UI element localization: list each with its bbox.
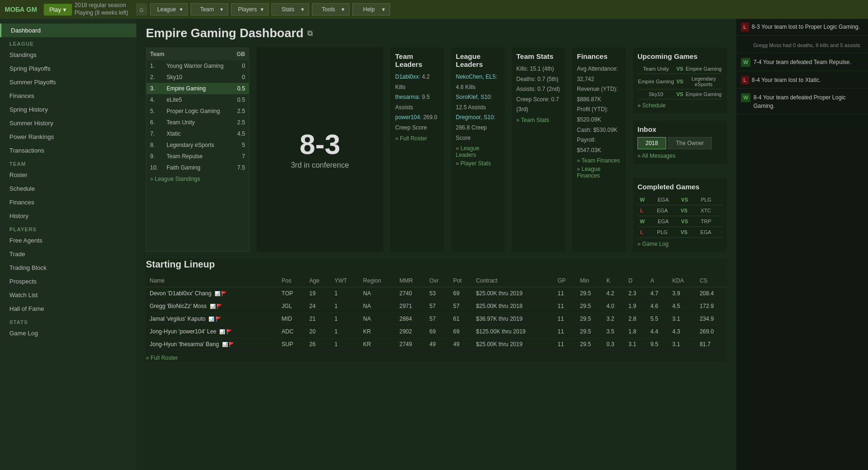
- lineup-player-row[interactable]: Gregg 'BioNicZz' Moss 📊 🚩 JGL 24 1 NA 29…: [146, 300, 727, 313]
- sidebar-item-spring-history[interactable]: Spring History: [0, 103, 136, 116]
- lineup-player-row[interactable]: Jong-Hyun 'power104' Lee 📊 🚩 ADC 20 1 KR…: [146, 325, 727, 338]
- sidebar-item-summer-playoffs[interactable]: Summer Playoffs: [0, 75, 136, 89]
- league-leaders-link[interactable]: » League Leaders: [456, 145, 500, 158]
- lineup-player-row[interactable]: Jong-Hyun 'thesarma' Bang 📊 🚩 SUP 26 1 K…: [146, 338, 727, 351]
- standings-team-name: Team Repulse: [163, 151, 232, 162]
- home-button[interactable]: ⌂: [136, 3, 147, 16]
- sidebar-item-finances-league[interactable]: Finances: [0, 89, 136, 103]
- play-button[interactable]: Play ▾: [44, 4, 72, 16]
- player-min: 29.5: [576, 313, 603, 325]
- cg2-vs: VS: [679, 208, 690, 213]
- sidebar-item-prospects[interactable]: Prospects: [0, 275, 136, 288]
- sidebar-item-transactions[interactable]: Transactions: [0, 144, 136, 157]
- sidebar-item-summer-history[interactable]: Summer History: [0, 116, 136, 130]
- league-leaders-panel: League Leaders NekoChen, EL5: 4.6 Kills …: [451, 48, 505, 252]
- cg3-team2: TRP: [690, 219, 722, 224]
- standings-rank: 3.: [146, 83, 163, 94]
- sidebar-item-standings[interactable]: Standings: [0, 48, 136, 62]
- schedule-link[interactable]: » Schedule: [637, 102, 722, 109]
- player-cs: 269.0: [696, 325, 727, 338]
- ll-kills-value: 4.6 Kills: [456, 84, 476, 90]
- sidebar-item-dashboard[interactable]: Dashboard: [0, 24, 136, 37]
- lineup-roster-link[interactable]: » Full Roster: [146, 355, 178, 361]
- standings-row[interactable]: 7. Xtatic 4.5: [146, 128, 249, 139]
- game-log-entry: L 8-4 Your team lost to Xtatic.: [736, 72, 868, 89]
- sidebar-item-hall-of-fame[interactable]: Hall of Fame: [0, 302, 136, 316]
- lineup-col-header: Min: [576, 275, 603, 287]
- sidebar-item-game-log[interactable]: Game Log: [0, 326, 136, 340]
- standings-row[interactable]: 8. Legendary eSports 5: [146, 139, 249, 151]
- standings-row[interactable]: 9. Team Repulse 7: [146, 151, 249, 162]
- team-stats-link[interactable]: » Team Stats: [517, 117, 561, 123]
- lineup-player-row[interactable]: Devon 'D1abl0xx' Chang 📊 🚩 TOP 19 1 NA 2…: [146, 287, 727, 300]
- nav-team-dropdown[interactable]: Team ▾: [191, 3, 228, 16]
- lineup-col-header: Region: [359, 275, 396, 287]
- external-link-icon[interactable]: ⧉: [307, 29, 312, 38]
- sidebar-item-watch-list[interactable]: Watch List: [0, 288, 136, 302]
- standings-gb: 0: [232, 72, 249, 83]
- player-a: 4.4: [646, 325, 669, 338]
- inbox-tab-year[interactable]: 2018: [637, 137, 666, 149]
- full-roster-link[interactable]: » Full Roster: [395, 135, 439, 142]
- nav-stats-dropdown[interactable]: Stats ▾: [271, 3, 309, 16]
- sidebar-item-spring-playoffs[interactable]: Spring Playoffs: [0, 62, 136, 75]
- game-log-result-badge: L: [741, 23, 749, 32]
- player-name: Gregg 'BioNicZz' Moss 📊 🚩: [146, 300, 278, 313]
- standings-gb: 2.5: [232, 117, 249, 128]
- cg2-result: L: [637, 207, 646, 214]
- lineup-col-header: CS: [696, 275, 727, 287]
- sidebar-item-free-agents[interactable]: Free Agents: [0, 234, 136, 247]
- player-pos: TOP: [278, 287, 306, 300]
- nav-league-dropdown[interactable]: League ▾: [150, 3, 188, 16]
- fin-revenue: Revenue (YTD): $886.87K: [577, 86, 618, 103]
- sidebar-item-finances-team[interactable]: Finances: [0, 195, 136, 209]
- sidebar-item-trade[interactable]: Trade: [0, 247, 136, 261]
- player-name: Jong-Hyun 'thesarma' Bang 📊 🚩: [146, 338, 278, 351]
- standings-team-name: Faith Gaming: [163, 162, 232, 173]
- game-log-result-badge: L: [741, 76, 749, 85]
- player-stats-link[interactable]: » Player Stats: [456, 160, 500, 167]
- lineup-player-row[interactable]: Jamal 'virgilus' Kaputo 📊 🚩 MID 21 1 NA …: [146, 313, 727, 325]
- all-messages-link[interactable]: » All Messages: [637, 153, 676, 159]
- sidebar-item-power-rankings[interactable]: Power Rankings: [0, 130, 136, 144]
- sidebar-item-roster[interactable]: Roster: [0, 168, 136, 182]
- player-pot: 57: [449, 300, 472, 313]
- ts-deaths: Deaths: 0.7 (5th): [517, 76, 558, 82]
- player-k: 3.2: [603, 313, 625, 325]
- ll-creep-value: 286.8 Creep Score: [456, 124, 487, 141]
- sidebar-item-trading-block[interactable]: Trading Block: [0, 261, 136, 275]
- player-kda: 3.1: [669, 313, 696, 325]
- standings-row[interactable]: 3. Empire Gaming 0.5: [146, 83, 249, 94]
- game-log-entry: W 7-4 Your team defeated Team Repulse.: [736, 54, 868, 71]
- nav-help-dropdown[interactable]: Help ▾: [352, 3, 390, 16]
- player-pos: SUP: [278, 338, 306, 351]
- tl-assists-player: thesarma: [395, 94, 419, 100]
- ug2-team1: Empire Gaming: [637, 79, 675, 84]
- sidebar-item-history[interactable]: History: [0, 209, 136, 223]
- sidebar-item-schedule[interactable]: Schedule: [0, 182, 136, 195]
- cg4-vs: VS: [679, 229, 690, 235]
- standings-row[interactable]: 5. Proper Logic Gaming 2.5: [146, 105, 249, 117]
- standings-link[interactable]: » League Standings: [146, 173, 249, 185]
- standings-row[interactable]: 4. eLite5 0.5: [146, 94, 249, 105]
- player-d: 2.3: [625, 287, 647, 300]
- player-contract: $125.00K thru 2019: [472, 325, 554, 338]
- player-region: NA: [359, 313, 396, 325]
- standings-row[interactable]: 2. Sky10 0: [146, 72, 249, 83]
- team-finances-link[interactable]: » Team Finances: [577, 157, 621, 164]
- completed-game-1: W EGA VS PLG: [637, 194, 722, 205]
- lineup-col-header: Name: [146, 275, 278, 287]
- game-log-link[interactable]: » Game Log: [637, 241, 722, 247]
- lineup-col-header: YWT: [331, 275, 359, 287]
- league-finances-link[interactable]: » League Finances: [577, 166, 621, 179]
- player-a: 4.7: [646, 287, 669, 300]
- standings-row[interactable]: 6. Team Unity 2.5: [146, 117, 249, 128]
- standings-team-name: Sky10: [163, 72, 232, 83]
- player-kda: 3.1: [669, 338, 696, 351]
- standings-row[interactable]: 10. Faith Gaming 7.5: [146, 162, 249, 173]
- nav-tools-dropdown[interactable]: Tools ▾: [312, 3, 350, 16]
- ug1-team2: Empire Gaming: [685, 66, 722, 72]
- standings-row[interactable]: 1. Young Warrior Gaming 0: [146, 60, 249, 72]
- nav-players-dropdown[interactable]: Players ▾: [231, 3, 269, 16]
- inbox-tab-owner[interactable]: The Owner: [668, 137, 712, 149]
